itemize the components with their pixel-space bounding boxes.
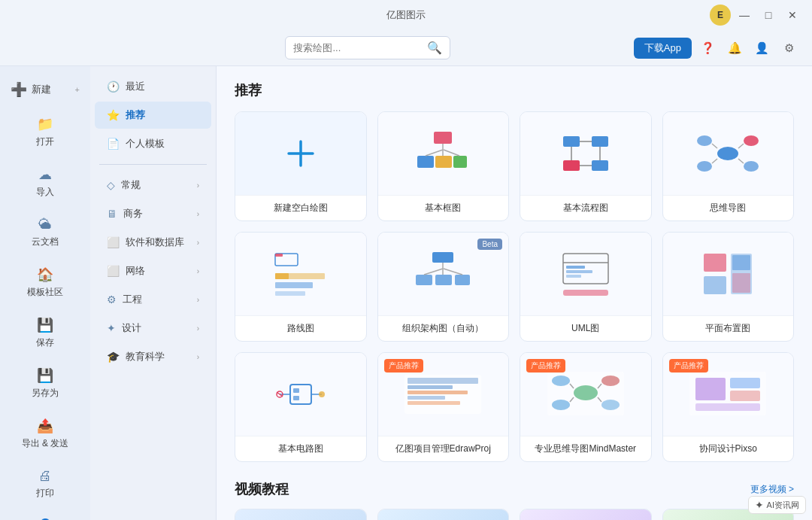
- template-card-route[interactable]: 路线图: [235, 232, 367, 342]
- recommend-icon: ⭐: [107, 109, 120, 121]
- mid-item-software[interactable]: ⬜ 软件和数据库 ›: [95, 229, 211, 256]
- download-app-button[interactable]: 下载App: [634, 38, 692, 59]
- template-card-pixso[interactable]: 产品推荐 协同设计Pixso: [662, 352, 795, 462]
- video-section: 视频教程 更多视频 >: [235, 480, 794, 520]
- svg-rect-56: [293, 388, 299, 393]
- search-input[interactable]: [293, 42, 421, 53]
- video-card-1[interactable]: [235, 509, 367, 520]
- mindmaster-preview: [544, 364, 627, 424]
- sidebar-item-open-label: 打开: [36, 135, 54, 148]
- mid-item-recommend[interactable]: ⭐ 推荐: [95, 102, 211, 129]
- design-icon: ✦: [107, 322, 116, 334]
- mid-item-network[interactable]: ⬜ 网络 ›: [95, 257, 211, 284]
- user-icon[interactable]: 👤: [752, 38, 773, 59]
- template-card-basic-flow[interactable]: 基本流程图: [520, 111, 652, 221]
- svg-rect-48: [732, 255, 750, 270]
- search-icon: 🔍: [427, 41, 442, 55]
- svg-rect-29: [275, 282, 313, 288]
- sidebar-item-save-label: 保存: [36, 336, 54, 349]
- mid-item-engineering[interactable]: ⚙ 工程 ›: [95, 286, 211, 313]
- general-icon: ◇: [107, 179, 115, 191]
- template-label-edrawproj: 亿图项目管理EdrawProj: [378, 436, 509, 461]
- mid-item-business[interactable]: 🖥 商务 ›: [95, 200, 211, 227]
- svg-rect-5: [453, 156, 467, 168]
- template-card-new-blank[interactable]: 新建空白绘图: [235, 111, 367, 221]
- template-label-circuit: 基本电路图: [235, 436, 366, 461]
- sidebar-item-print-label: 打印: [36, 487, 54, 500]
- template-card-uml[interactable]: UML图: [520, 232, 652, 342]
- template-icon: 🏠: [37, 266, 53, 283]
- close-button[interactable]: ✕: [782, 5, 803, 26]
- sidebar-item-templates[interactable]: 🏠 模板社区: [6, 259, 84, 306]
- video-grid: [235, 509, 794, 520]
- template-card-mindmap[interactable]: 思维导图: [662, 111, 795, 221]
- saveas-icon: 💾: [37, 367, 53, 384]
- folder-icon: 📁: [37, 116, 53, 132]
- app-title: 亿图图示: [386, 8, 426, 22]
- video-card-2[interactable]: [377, 509, 510, 520]
- promo-badge-1: 产品推荐: [384, 359, 423, 373]
- plus-icon: ➕: [11, 81, 27, 98]
- more-videos-link[interactable]: 更多视频 >: [750, 483, 794, 496]
- help-icon[interactable]: ❓: [698, 38, 719, 59]
- sidebar-item-import[interactable]: ☁ 导入: [6, 159, 84, 206]
- sidebar-item-save[interactable]: 💾 保存: [6, 309, 84, 357]
- export-icon: 📤: [37, 418, 53, 434]
- sidebar-item-import-label: 导入: [36, 186, 54, 199]
- pixso-preview: [686, 364, 769, 424]
- video-card-3[interactable]: [520, 509, 652, 520]
- template-label-basic-flow: 基本流程图: [520, 195, 651, 220]
- mid-item-personal[interactable]: 📄 个人模板: [95, 130, 211, 157]
- svg-line-7: [426, 150, 443, 156]
- basic-flow-svg: [556, 127, 616, 180]
- svg-point-55: [319, 391, 325, 397]
- template-card-basic-frame[interactable]: 基本框图: [377, 111, 510, 221]
- svg-rect-11: [563, 160, 580, 171]
- svg-rect-63: [408, 401, 460, 405]
- sidebar-item-account[interactable]: 👤 账户: [6, 510, 84, 520]
- sidebar-item-saveas-label: 另存为: [32, 387, 59, 400]
- mid-item-design[interactable]: ✦ 设计 ›: [95, 315, 211, 342]
- recommend-title: 推荐: [235, 81, 794, 99]
- mid-item-education[interactable]: 🎓 教育科学 ›: [95, 343, 211, 370]
- minimize-button[interactable]: —: [734, 5, 755, 26]
- user-avatar[interactable]: E: [710, 5, 731, 26]
- sidebar-item-cloud[interactable]: 🌥 云文档: [6, 209, 84, 256]
- promo-badge-3: 产品推荐: [669, 359, 708, 373]
- svg-rect-32: [432, 252, 453, 263]
- mid-item-general[interactable]: ◇ 常规 ›: [95, 172, 211, 199]
- svg-rect-3: [417, 156, 434, 168]
- svg-rect-45: [704, 254, 726, 272]
- maximize-button[interactable]: □: [758, 5, 779, 26]
- svg-point-21: [744, 161, 759, 172]
- svg-rect-75: [695, 378, 726, 400]
- template-card-layout[interactable]: 平面布置图: [662, 232, 795, 342]
- settings-icon[interactable]: ⚙: [779, 38, 800, 59]
- sidebar-item-new[interactable]: ➕ 新建 +: [6, 74, 84, 105]
- template-card-org-chart[interactable]: Beta 组织架构图（自动）: [377, 232, 510, 342]
- mid-item-recent[interactable]: 🕐 最近: [95, 73, 211, 100]
- watermark-text: AI资讯网: [767, 500, 799, 511]
- video-thumb-1: [235, 509, 366, 520]
- sidebar-item-saveas[interactable]: 💾 另存为: [6, 360, 84, 407]
- template-card-edrawproj[interactable]: 产品推荐 亿图项目管理EdrawProj: [377, 352, 510, 462]
- template-card-mindmaster[interactable]: 产品推荐 专业思维导图MindMaster: [520, 352, 652, 462]
- svg-rect-44: [563, 290, 608, 296]
- template-card-circuit[interactable]: 基本电路图: [235, 352, 367, 462]
- business-icon: 🖥: [107, 208, 117, 220]
- cloud-icon: 🌥: [38, 217, 52, 233]
- sidebar-item-export-label: 导出 & 发送: [22, 437, 69, 450]
- template-label-layout: 平面布置图: [663, 315, 794, 341]
- education-icon: 🎓: [107, 351, 120, 363]
- search-box[interactable]: 🔍: [285, 36, 450, 59]
- chevron-icon-6: ›: [197, 324, 199, 333]
- sidebar-item-open[interactable]: 📁 打开: [6, 108, 84, 156]
- template-label-mindmap: 思维导图: [663, 195, 794, 220]
- notification-icon[interactable]: 🔔: [725, 38, 746, 59]
- svg-line-23: [712, 159, 717, 163]
- svg-line-22: [712, 144, 717, 148]
- watermark: ✦ AI资讯网: [748, 496, 806, 514]
- sidebar-item-print[interactable]: 🖨 打印: [6, 461, 84, 507]
- sidebar-item-export[interactable]: 📤 导出 & 发送: [6, 410, 84, 458]
- new-expand-icon: +: [75, 85, 80, 94]
